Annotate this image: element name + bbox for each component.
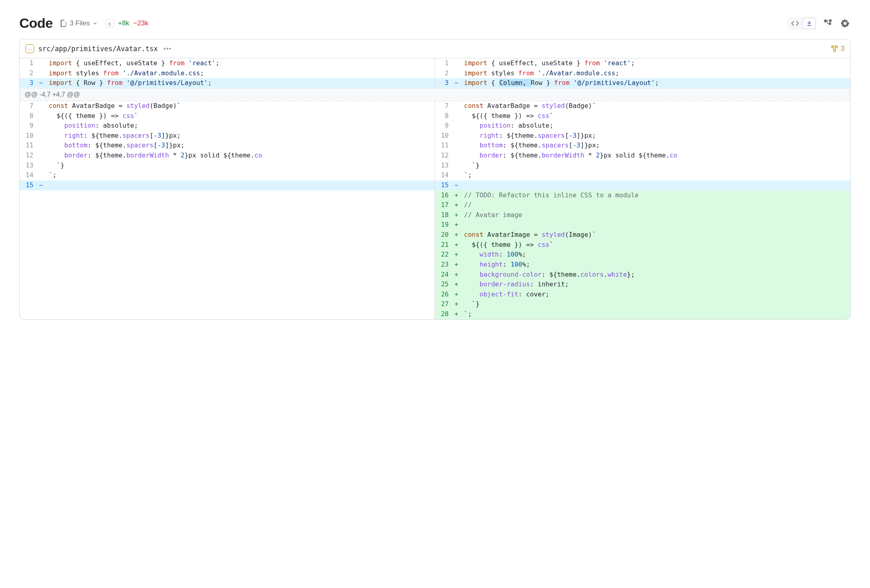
diffstat: +8k −23k [105, 19, 148, 28]
diff-marker [37, 141, 45, 151]
diff-left-side[interactable]: 1import { useEffect, useState } from 're… [20, 58, 435, 88]
diff-left-side[interactable]: 7const AvatarBadge = styled(Badge)`8 ${(… [20, 101, 435, 319]
code-line[interactable]: 12 border: ${theme.borderWidth * 2}px so… [435, 151, 850, 161]
line-number: 13 [20, 161, 37, 171]
code-line[interactable]: 23+ height: 100%; [435, 260, 850, 270]
diff-marker: ~ [453, 78, 460, 88]
code-line[interactable]: 8 ${({ theme }) => css` [435, 111, 850, 121]
code-line[interactable]: 12 border: ${theme.borderWidth * 2}px so… [20, 151, 435, 161]
diff-split-view: 7const AvatarBadge = styled(Badge)`8 ${(… [20, 101, 850, 319]
code-line[interactable]: 13 `} [20, 161, 435, 171]
line-number: 15 [435, 180, 453, 190]
diff-right-side[interactable]: 1import { useEffect, useState } from 're… [435, 58, 850, 88]
code-line[interactable]: 24+ background-color: ${theme.colors.whi… [435, 270, 850, 280]
code-line[interactable]: 1import { useEffect, useState } from 're… [20, 58, 435, 68]
additions-count: +8k [118, 19, 129, 27]
code-line[interactable]: 22+ width: 100%; [435, 250, 850, 260]
file-tree-icon [824, 19, 832, 27]
diff-marker: ~ [453, 180, 460, 190]
code-line[interactable]: 17+// [435, 200, 850, 210]
code-line[interactable]: 1import { useEffect, useState } from 're… [435, 58, 850, 68]
line-number: 3 [435, 78, 453, 88]
code-line[interactable]: 20+const AvatarImage = styled(Image)` [435, 230, 850, 240]
diff-split-view: 1import { useEffect, useState } from 're… [20, 58, 850, 88]
line-number: 12 [20, 151, 37, 161]
line-number: 7 [20, 101, 37, 111]
code-line[interactable]: 15~ [435, 180, 850, 190]
code-content: border: ${theme.borderWidth * 2}px solid… [460, 151, 677, 161]
code-line[interactable]: 9 position: absolute; [435, 121, 850, 131]
code-line[interactable]: 7const AvatarBadge = styled(Badge)` [435, 101, 850, 111]
line-number: 12 [435, 151, 453, 161]
code-line[interactable]: 19+ [435, 220, 850, 230]
code-content: background-color: ${theme.colors.white}; [460, 270, 635, 280]
line-number: 14 [435, 170, 453, 180]
code-content: import { useEffect, useState } from 'rea… [45, 58, 220, 68]
code-content: // Avatar image [460, 210, 522, 220]
code-line[interactable]: 13 `} [435, 161, 850, 171]
code-content: width: 100%; [460, 250, 526, 260]
code-line[interactable]: 21+ ${({ theme }) => css` [435, 240, 850, 250]
files-dropdown[interactable]: 3 Files [60, 19, 98, 27]
code-line[interactable]: 27+ `} [435, 299, 850, 309]
diff-right-side[interactable]: 7const AvatarBadge = styled(Badge)`8 ${(… [435, 101, 850, 319]
code-line[interactable]: 7const AvatarBadge = styled(Badge)` [20, 101, 435, 111]
code-content: bottom: ${theme.spacers[-3]}px; [45, 141, 184, 151]
file-comment-count: 3 [841, 45, 845, 53]
view-diff-button[interactable] [803, 18, 816, 29]
diff-marker [453, 121, 460, 131]
code-line[interactable]: 11 bottom: ${theme.spacers[-3]}px; [20, 141, 435, 151]
code-content: border-radius: inherit; [460, 280, 569, 290]
code-line[interactable]: 18+// Avatar image [435, 210, 850, 220]
diff-marker: + [453, 220, 460, 230]
code-line[interactable]: 10 right: ${theme.spacers[-3]}px; [20, 131, 435, 141]
diff-marker [453, 131, 460, 141]
line-number: 14 [20, 170, 37, 180]
line-number: 13 [435, 161, 453, 171]
diff-marker [453, 151, 460, 161]
code-line[interactable]: 10 right: ${theme.spacers[-3]}px; [435, 131, 850, 141]
file-path[interactable]: src/app/primitives/Avatar.tsx [38, 45, 158, 53]
line-number: 26 [435, 290, 453, 300]
diff-marker: + [453, 200, 460, 210]
code-line[interactable]: 15~ [20, 180, 435, 190]
code-line[interactable]: 14`; [435, 170, 850, 180]
code-line[interactable]: 25+ border-radius: inherit; [435, 280, 850, 290]
code-line[interactable]: 3~import { Column, Row } from '@/primiti… [435, 78, 850, 88]
code-line[interactable]: 26+ object-fit: cover; [435, 290, 850, 300]
diff-marker [37, 121, 45, 131]
code-line[interactable]: 14`; [20, 170, 435, 180]
code-content [460, 180, 464, 190]
line-number: 22 [435, 250, 453, 260]
code-content: import styles from './Avatar.module.css; [460, 68, 619, 79]
code-content: `} [45, 161, 64, 171]
code-line[interactable]: 28+`; [435, 309, 850, 319]
file-comments-link[interactable]: 3 [831, 45, 845, 53]
file-more-button[interactable]: ••• [162, 44, 173, 53]
file-tree-button[interactable] [822, 18, 834, 29]
code-content: `} [460, 161, 480, 171]
hunk-header[interactable]: @@ -4,7 +4,7 @@ [20, 88, 850, 101]
code-line[interactable]: 2import styles from './Avatar.module.css… [20, 68, 435, 79]
diff-marker [37, 170, 45, 180]
settings-button[interactable] [839, 18, 851, 29]
code-content: const AvatarBadge = styled(Badge)` [460, 101, 596, 111]
code-line[interactable]: 2import styles from './Avatar.module.css… [435, 68, 850, 79]
diff-marker [453, 161, 460, 171]
code-content: object-fit: cover; [460, 290, 549, 300]
view-code-button[interactable] [789, 18, 802, 29]
line-number: 18 [435, 210, 453, 220]
code-line[interactable]: 9 position: absolute; [20, 121, 435, 131]
line-number: 17 [435, 200, 453, 210]
code-line[interactable]: 3~import { Row } from '@/primitives/Layo… [20, 78, 435, 88]
code-line[interactable]: 8 ${({ theme }) => css` [20, 111, 435, 121]
line-number: 16 [435, 190, 453, 201]
conversation-icon [831, 45, 839, 53]
diff-marker: + [453, 230, 460, 240]
code-content: right: ${theme.spacers[-3]}px; [45, 131, 181, 141]
line-number: 20 [435, 230, 453, 240]
code-content: import { Row } from '@/primitives/Layout… [45, 78, 212, 88]
code-line[interactable]: 16+// TODO: Refactor this inline CSS to … [435, 190, 850, 201]
code-line[interactable]: 11 bottom: ${theme.spacers[-3]}px; [435, 141, 850, 151]
file-status-modified-icon [25, 44, 34, 53]
